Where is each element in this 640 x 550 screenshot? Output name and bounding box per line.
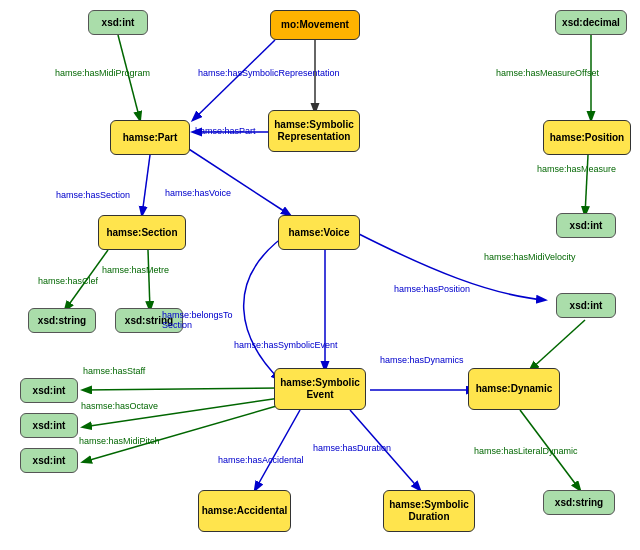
has-midi-vel-label: hamse:hasMidiVelocity (484, 252, 576, 262)
svg-line-6 (142, 155, 150, 215)
xsd-decimal-node: xsd:decimal (555, 10, 627, 35)
has-accidental-label: hamse:hasAccidental (218, 455, 304, 465)
has-dynamics-label: hamse:hasDynamics (380, 355, 464, 365)
hamse-position-node: hamse:Position (543, 120, 631, 155)
has-staff-label: hamse:hasStaff (83, 366, 145, 376)
has-measure-label: hamse:hasMeasure (537, 164, 616, 174)
has-duration-label: hamse:hasDuration (313, 443, 391, 453)
hamse-accidental-node: hamse:Accidental (198, 490, 291, 532)
hamse-section-node: hamse:Section (98, 215, 186, 250)
hamse-part-node: hamse:Part (110, 120, 190, 155)
hamse-symbolic-rep-node: hamse:SymbolicRepresentation (268, 110, 360, 152)
xsd-int-octave-node: xsd:int (20, 413, 78, 438)
has-midi-pitch-label: hamse:hasMidiPitch (79, 436, 160, 446)
has-clef-label: hamse:hasClef (38, 276, 98, 286)
xsd-string-dyn-node: xsd:string (543, 490, 615, 515)
xsd-int-measure-node: xsd:int (556, 213, 616, 238)
symbolic-rep-label: hamse:hasSymbolicRepresentation (198, 68, 340, 78)
mo-movement-node: mo:Movement (270, 10, 360, 40)
xsd-int-vel-node: xsd:int (556, 293, 616, 318)
has-literal-dynamic-label: hamse:hasLiteralDynamic (474, 446, 578, 456)
svg-line-1 (193, 40, 275, 120)
has-part-label: hamse:hasPart (195, 126, 256, 136)
hamse-symbolic-duration-node: hamse:SymbolicDuration (383, 490, 475, 532)
xsd-string-left-node: xsd:string (28, 308, 96, 333)
xsd-int-staff-node: xsd:int (20, 378, 78, 403)
hamse-voice-node: hamse:Voice (278, 215, 360, 250)
svg-line-12 (83, 388, 280, 390)
svg-line-14 (83, 405, 280, 462)
has-voice-label: hamse:hasVoice (165, 188, 231, 198)
xsd-int-pitch-node: xsd:int (20, 448, 78, 473)
svg-line-17 (255, 410, 300, 490)
belongs-to-section-label: hamse:belongsToSection (162, 310, 233, 330)
ontology-diagram: mo:Movement xsd:int xsd:decimal hamse:Pa… (0, 0, 640, 550)
hamse-symbolic-event-node: hamse:SymbolicEvent (274, 368, 366, 410)
has-section-label: hamse:hasSection (56, 190, 130, 200)
svg-line-10 (530, 320, 585, 370)
hamse-dynamic-node: hamse:Dynamic (468, 368, 560, 410)
has-position-label: hamse:hasPosition (394, 284, 470, 294)
measure-offset-label: hamse:hasMeasureOffset (496, 68, 599, 78)
edges-layer (0, 0, 640, 550)
has-symbolic-event-label: hamse:hasSymbolicEvent (234, 340, 338, 350)
midi-program-label: hamse:hasMidiProgram (55, 68, 150, 78)
has-octave-label: hasmse:hasOctave (81, 401, 158, 411)
has-metre-label: hamse:hasMetre (102, 265, 169, 275)
svg-line-8 (148, 250, 150, 310)
xsd-int-top-node: xsd:int (88, 10, 148, 35)
